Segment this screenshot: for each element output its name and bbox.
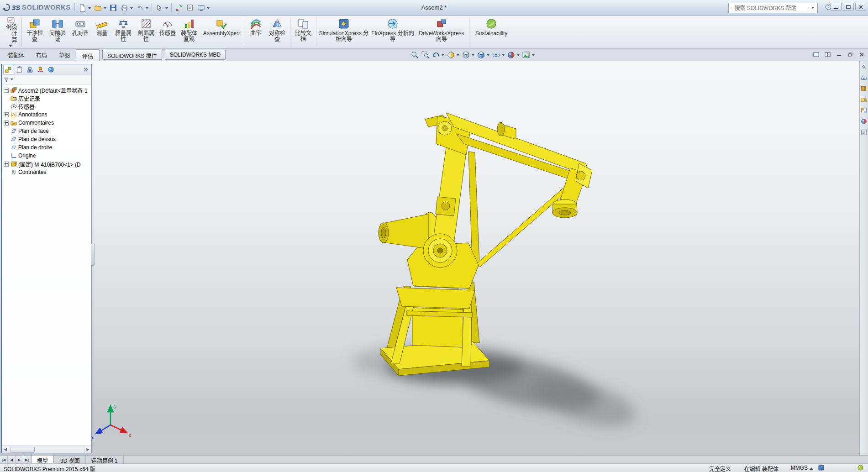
save-button[interactable] [108, 2, 119, 13]
model-tab[interactable]: 模型 [31, 456, 54, 464]
maximize-button[interactable] [843, 3, 854, 11]
hole-alignment-button[interactable]: 孔对齐 [69, 16, 92, 48]
view-orientation-button[interactable] [461, 50, 471, 60]
scrollbar-thumb[interactable] [10, 447, 35, 453]
tab-assembly[interactable]: 装配体 [2, 49, 30, 61]
design-study-button[interactable]: 设计算例 [2, 16, 20, 48]
tree-item-comments[interactable]: Commentaires [2, 119, 91, 127]
select-caret[interactable] [165, 7, 168, 10]
clearance-verify-button[interactable]: 间隙验证 [46, 16, 69, 48]
open-caret[interactable] [104, 7, 106, 10]
print-button[interactable] [119, 2, 130, 13]
viewport-single-button[interactable] [811, 50, 821, 58]
display-style-caret[interactable] [487, 54, 489, 58]
view-orientation-caret[interactable] [472, 54, 474, 58]
3d-views-tab[interactable]: 3D 视图 [55, 456, 86, 464]
tab-sketch[interactable]: 草图 [53, 49, 76, 61]
view-palette-button[interactable] [860, 106, 868, 114]
tree-item-sensors[interactable]: 传感器 [2, 102, 91, 110]
measure-button[interactable]: 测量 [92, 16, 112, 48]
units-selector[interactable]: MMGS [791, 465, 813, 471]
section-view-button[interactable] [446, 50, 456, 60]
search-scope-caret[interactable] [811, 7, 814, 10]
tree-item-top-plane[interactable]: Plan de dessus [2, 135, 91, 143]
curvature-button[interactable]: 曲率 [246, 16, 266, 48]
tree-item-annotations[interactable]: A Annotations [2, 110, 91, 119]
undo-caret[interactable] [146, 7, 148, 10]
hide-show-items-caret[interactable] [502, 54, 505, 58]
dimxpertmanager-tab[interactable] [36, 65, 45, 74]
design-library-button[interactable] [860, 84, 868, 92]
tab-nav-next-button[interactable]: ▶ [16, 456, 23, 464]
new-document-button[interactable] [77, 2, 88, 13]
doc-close-button[interactable] [857, 50, 867, 58]
section-properties-button[interactable]: 剖面属性 [135, 16, 158, 48]
close-button[interactable] [855, 3, 866, 11]
propertymanager-tab[interactable] [15, 65, 24, 74]
file-explorer-button[interactable] [860, 95, 868, 103]
robot-body[interactable] [379, 113, 592, 376]
simulationxpress-button[interactable]: SimulationXpress 分析向导 [318, 16, 370, 48]
options-caret[interactable] [207, 7, 210, 10]
tab-layout[interactable]: 布局 [30, 49, 53, 61]
new-document-caret[interactable] [88, 7, 91, 10]
tree-horizontal-scrollbar[interactable]: ◀ ▶ [2, 446, 91, 453]
panel-flyout-chevron[interactable] [81, 65, 90, 74]
scrollbar-track[interactable] [9, 446, 84, 453]
symmetry-check-button[interactable]: 对称检查 [266, 16, 289, 48]
interference-check-button[interactable]: 干涉检查 [23, 16, 46, 48]
tree-item-history[interactable]: 历史记录 [2, 94, 91, 102]
display-style-button[interactable] [476, 50, 486, 60]
apply-scene-caret[interactable] [532, 54, 535, 58]
tab-evaluate[interactable]: 评估 [76, 49, 100, 61]
motion-study-tab[interactable]: 运动算例 1 [86, 456, 124, 464]
solidworks-resources-button[interactable] [860, 73, 868, 81]
model-robot-assembly[interactable]: y x z [0, 61, 859, 456]
zoom-to-fit-button[interactable] [410, 50, 420, 60]
section-view-caret[interactable] [457, 54, 459, 58]
panel-splitter-handle[interactable] [91, 243, 95, 266]
expander-plus[interactable] [4, 162, 9, 167]
displaymanager-tab[interactable] [46, 65, 55, 74]
sensor-button[interactable]: 传感器 [158, 16, 178, 48]
edit-appearance-button[interactable] [506, 50, 516, 60]
print-caret[interactable] [130, 7, 133, 10]
filter-caret[interactable] [11, 79, 13, 82]
driveworksxpress-button[interactable]: DriveWorksXpress 向导 [416, 16, 468, 48]
featuremanager-tree-tab[interactable] [3, 65, 13, 74]
tree-item-origin[interactable]: Origine [2, 152, 91, 160]
file-properties-button[interactable] [184, 2, 195, 13]
options-button[interactable] [195, 2, 206, 13]
minimize-button[interactable] [831, 3, 842, 11]
scroll-right-button[interactable]: ▶ [84, 446, 91, 453]
tree-item-component-m410ib700[interactable]: (固定) M-410iB700<1> (D [2, 160, 91, 168]
expander-minus[interactable] [4, 88, 9, 93]
mass-properties-button[interactable]: 质量属性 [112, 16, 135, 48]
viewport-split-button[interactable] [823, 50, 832, 58]
compare-documents-button[interactable]: 比较文档 [292, 16, 315, 48]
previous-view-caret[interactable] [442, 54, 444, 58]
configurationmanager-tab[interactable] [25, 65, 34, 74]
hide-show-items-button[interactable] [491, 50, 501, 60]
expander-plus[interactable] [4, 121, 9, 126]
tab-nav-last-button[interactable]: ▶| [23, 456, 31, 464]
appearances-scenes-button[interactable] [860, 117, 868, 125]
search-box[interactable]: ? [728, 3, 818, 13]
tree-item-front-plane[interactable]: Plan de face [2, 127, 91, 135]
tree-filter-row[interactable] [2, 75, 91, 85]
assemblyxpert-button[interactable]: AssemblyXpert [200, 16, 242, 48]
search-icon[interactable] [808, 5, 810, 11]
taskpane-expand-chevron[interactable] [860, 63, 868, 70]
undo-button[interactable] [134, 2, 145, 13]
search-input[interactable] [734, 5, 806, 12]
design-study-caret[interactable] [9, 45, 12, 48]
open-button[interactable] [92, 2, 103, 13]
tree-item-mates[interactable]: Contraintes [2, 168, 91, 176]
tree-item-right-plane[interactable]: Plan de droite [2, 143, 91, 152]
custom-properties-button[interactable] [860, 128, 868, 136]
tree-item-root[interactable]: Assem2 (Défaut<显示状态-1 [2, 86, 91, 94]
assembly-visualization-button[interactable]: 装配体直观 [178, 16, 200, 48]
floxpress-button[interactable]: FloXpress 分析向导 [370, 16, 416, 48]
viewport[interactable]: y x z [0, 61, 859, 456]
tab-solidworks-addins[interactable]: SOLIDWORKS 插件 [102, 50, 162, 60]
